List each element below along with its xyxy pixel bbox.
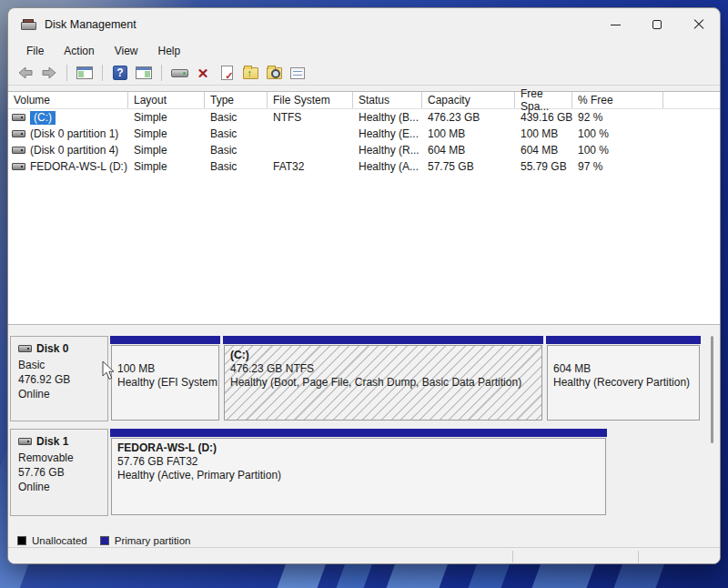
action-pane-icon bbox=[136, 66, 152, 79]
partition-size: 100 MB bbox=[117, 362, 218, 376]
column-header-type[interactable]: Type bbox=[205, 92, 268, 108]
primary-partition-swatch bbox=[100, 536, 109, 545]
forward-button[interactable] bbox=[39, 63, 59, 83]
window-title: Disk Management bbox=[45, 18, 136, 31]
help-button[interactable]: ? bbox=[110, 63, 130, 83]
folder-open-icon bbox=[243, 67, 258, 79]
partition-recovery[interactable]: 604 MB Healthy (Recovery Partition) bbox=[546, 336, 701, 421]
column-header-capacity[interactable]: Capacity bbox=[422, 92, 515, 108]
table-row[interactable]: (Disk 0 partition 1) Simple Basic Health… bbox=[8, 126, 721, 142]
status-divider bbox=[638, 551, 639, 563]
vertical-scrollbar[interactable] bbox=[711, 336, 713, 443]
explore-button[interactable] bbox=[264, 63, 284, 83]
disk-kind: Basic bbox=[18, 358, 107, 372]
legend-bar: Unallocated Primary partition bbox=[8, 533, 721, 547]
delete-icon: ✕ bbox=[197, 66, 209, 80]
properties-button[interactable] bbox=[288, 63, 308, 83]
minimize-icon bbox=[611, 25, 621, 25]
title-bar[interactable]: Disk Management bbox=[8, 8, 720, 41]
disk-device-icon bbox=[171, 69, 188, 77]
column-header-volume[interactable]: Volume bbox=[8, 92, 128, 108]
column-header-status[interactable]: Status bbox=[353, 92, 422, 108]
partition-c[interactable]: (C:) 476.23 GB NTFS Healthy (Boot, Page … bbox=[223, 336, 543, 421]
partition-size: 604 MB bbox=[553, 362, 699, 376]
unallocated-swatch bbox=[17, 536, 26, 545]
show-action-pane-button[interactable] bbox=[134, 63, 154, 83]
column-header-free-space[interactable]: Free Spa... bbox=[515, 92, 572, 108]
column-header-pct-free[interactable]: % Free bbox=[572, 92, 663, 108]
status-bar bbox=[8, 547, 721, 564]
show-console-tree-button[interactable] bbox=[75, 63, 95, 83]
unallocated-label: Unallocated bbox=[32, 535, 87, 546]
minimize-button[interactable] bbox=[594, 8, 636, 41]
volume-list-pane: Volume Layout Type File System Status Ca… bbox=[8, 91, 721, 325]
disk-status: Online bbox=[18, 387, 107, 401]
console-tree-icon bbox=[76, 66, 93, 79]
back-button[interactable] bbox=[15, 63, 35, 83]
toolbar-separator bbox=[66, 65, 67, 81]
partition-color-band bbox=[110, 336, 220, 344]
disk-size: 476.92 GB bbox=[18, 372, 107, 387]
disk-1-info-panel[interactable]: Disk 1 Removable 57.76 GB Online bbox=[10, 429, 108, 516]
disk-icon bbox=[18, 438, 32, 445]
maximize-button[interactable] bbox=[636, 8, 678, 41]
delete-volume-button[interactable]: ✕ bbox=[193, 63, 213, 83]
menu-action[interactable]: Action bbox=[55, 43, 103, 59]
mouse-cursor bbox=[102, 360, 116, 380]
menu-view[interactable]: View bbox=[106, 43, 147, 59]
disk-0-strip: 100 MB Healthy (EFI System (C:) 476.23 G… bbox=[110, 336, 701, 421]
disk-status: Online bbox=[18, 480, 107, 494]
volume-name: (Disk 0 partition 4) bbox=[30, 144, 118, 157]
disk-1-strip: FEDORA-WS-L (D:) 57.76 GB FAT32 Healthy … bbox=[110, 429, 607, 516]
open-button[interactable] bbox=[240, 63, 260, 83]
drive-icon bbox=[12, 130, 25, 137]
disk-0-info-panel[interactable]: Disk 0 Basic 476.92 GB Online bbox=[10, 336, 108, 421]
volume-table-header: Volume Layout Type File System Status Ca… bbox=[8, 92, 721, 109]
help-icon: ? bbox=[113, 66, 127, 80]
partition-efi[interactable]: 100 MB Healthy (EFI System bbox=[110, 336, 220, 421]
partition-color-band bbox=[110, 429, 607, 437]
partition-color-band bbox=[223, 336, 543, 344]
disk-1-row: Disk 1 Removable 57.76 GB Online FEDORA-… bbox=[10, 429, 607, 516]
back-arrow-icon bbox=[17, 66, 34, 80]
drive-icon bbox=[12, 114, 25, 121]
folder-explore-icon bbox=[267, 67, 282, 79]
close-button[interactable] bbox=[678, 8, 720, 41]
toolbar: ? ✕ bbox=[8, 61, 720, 86]
mark-partition-active-button[interactable] bbox=[217, 63, 237, 83]
column-header-file-system[interactable]: File System bbox=[268, 92, 353, 108]
disk-kind: Removable bbox=[18, 451, 107, 465]
volume-name-selected: (C:) bbox=[30, 111, 56, 125]
rescan-disks-button[interactable] bbox=[169, 63, 189, 83]
desktop-wallpaper: Disk Management File Action View Help bbox=[0, 0, 728, 588]
disk-icon bbox=[18, 345, 32, 352]
partition-health: Healthy (Active, Primary Partition) bbox=[117, 469, 605, 482]
partition-d[interactable]: FEDORA-WS-L (D:) 57.76 GB FAT32 Healthy … bbox=[110, 429, 607, 516]
maximize-icon bbox=[652, 20, 662, 29]
drive-icon bbox=[12, 163, 25, 170]
table-row[interactable]: (C:) Simple Basic NTFS Healthy (B... 476… bbox=[8, 109, 721, 126]
toolbar-separator bbox=[161, 65, 162, 81]
column-header-layout[interactable]: Layout bbox=[128, 92, 205, 108]
menu-help[interactable]: Help bbox=[149, 43, 190, 59]
status-divider bbox=[512, 551, 513, 563]
volume-name: (Disk 0 partition 1) bbox=[30, 127, 118, 140]
partition-health: Healthy (Recovery Partition) bbox=[553, 376, 699, 390]
disk-graphical-pane: Disk 0 Basic 476.92 GB Online 100 MB Hea… bbox=[8, 325, 721, 533]
partition-color-band bbox=[546, 336, 701, 344]
close-icon bbox=[693, 19, 704, 30]
volume-name: FEDORA-WS-L (D:) bbox=[30, 160, 127, 173]
disk-label: Disk 0 bbox=[36, 341, 68, 356]
app-icon bbox=[21, 19, 36, 31]
table-row[interactable]: (Disk 0 partition 4) Simple Basic Health… bbox=[8, 142, 721, 158]
disk-label: Disk 1 bbox=[36, 434, 68, 449]
menu-file[interactable]: File bbox=[17, 43, 53, 59]
partition-health: Healthy (EFI System bbox=[117, 376, 218, 390]
drive-icon bbox=[12, 147, 25, 154]
primary-partition-label: Primary partition bbox=[115, 535, 191, 546]
properties-icon bbox=[290, 67, 305, 79]
menu-bar: File Action View Help bbox=[8, 41, 720, 61]
table-row[interactable]: FEDORA-WS-L (D:) Simple Basic FAT32 Heal… bbox=[8, 158, 721, 175]
toolbar-separator bbox=[102, 65, 103, 81]
check-document-icon bbox=[221, 66, 233, 80]
